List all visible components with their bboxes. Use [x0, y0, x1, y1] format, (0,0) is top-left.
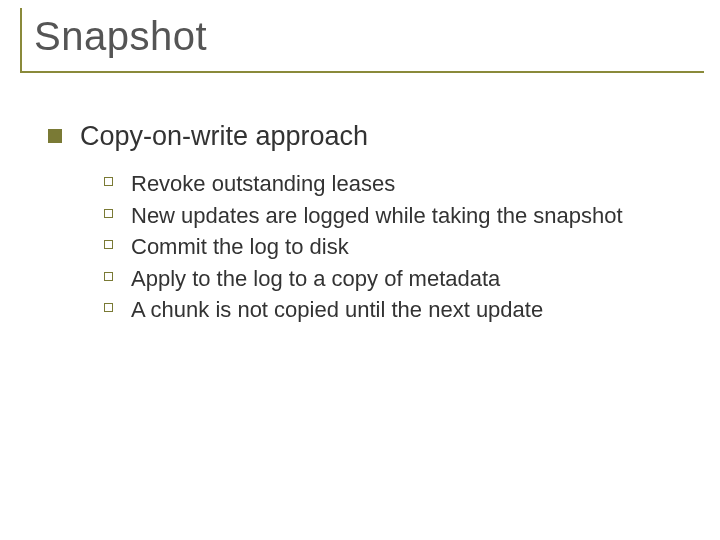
bullet-level2-text: Apply to the log to a copy of metadata [131, 265, 500, 293]
outline-square-bullet-icon [104, 303, 113, 312]
title-block: Snapshot [20, 8, 704, 73]
bullet-level2: A chunk is not copied until the next upd… [104, 296, 700, 324]
outline-square-bullet-icon [104, 177, 113, 186]
outline-square-bullet-icon [104, 272, 113, 281]
bullet-level2: Revoke outstanding leases [104, 170, 700, 198]
slide-title: Snapshot [34, 14, 704, 59]
outline-square-bullet-icon [104, 240, 113, 249]
bullet-level2-list: Revoke outstanding leases New updates ar… [104, 170, 700, 324]
bullet-level1: Copy-on-write approach [48, 121, 700, 152]
bullet-level2-text: New updates are logged while taking the … [131, 202, 623, 230]
bullet-level2: Commit the log to disk [104, 233, 700, 261]
bullet-level1-text: Copy-on-write approach [80, 121, 368, 152]
bullet-level2-text: Commit the log to disk [131, 233, 349, 261]
bullet-level2: Apply to the log to a copy of metadata [104, 265, 700, 293]
bullet-level2: New updates are logged while taking the … [104, 202, 700, 230]
bullet-level2-text: A chunk is not copied until the next upd… [131, 296, 543, 324]
bullet-level2-text: Revoke outstanding leases [131, 170, 395, 198]
slide: Snapshot Copy-on-write approach Revoke o… [0, 0, 720, 540]
square-bullet-icon [48, 129, 62, 143]
outline-square-bullet-icon [104, 209, 113, 218]
